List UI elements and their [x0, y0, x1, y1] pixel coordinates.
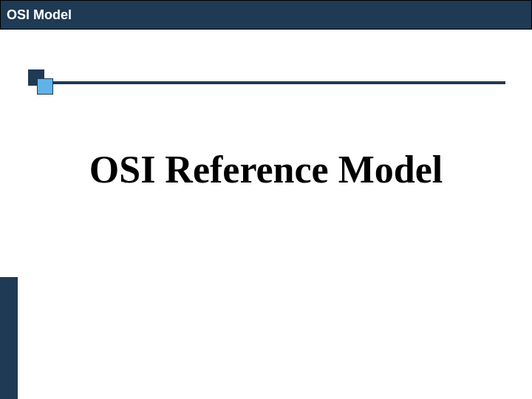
- left-rail-accent: [0, 277, 18, 399]
- slide-main-title: OSI Reference Model: [0, 148, 532, 191]
- slide-header: OSI Model: [0, 0, 532, 30]
- divider-line: [53, 81, 505, 84]
- header-title: OSI Model: [7, 7, 72, 23]
- decorative-square-light-icon: [37, 78, 53, 95]
